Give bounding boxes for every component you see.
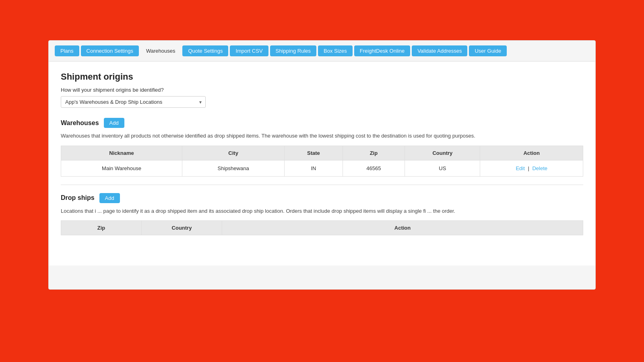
warehouse-nickname: Main Warehouse (61, 160, 182, 176)
tab-connection-settings[interactable]: Connection Settings (81, 45, 139, 56)
tab-box-sizes[interactable]: Box Sizes (318, 45, 353, 56)
col-city: City (182, 146, 285, 160)
col-zip: Zip (343, 146, 405, 160)
warehouses-add-button[interactable]: Add (104, 118, 124, 128)
warehouse-actions: Edit | Delete (480, 160, 583, 176)
tab-warehouses[interactable]: Warehouses (140, 45, 181, 56)
main-container: Plans Connection Settings Warehouses Quo… (48, 40, 596, 290)
description-ellipsis1: ... (97, 208, 102, 214)
drop-ships-table: Zip Country Action (61, 220, 583, 235)
section-divider (61, 185, 583, 185)
col-action: Action (480, 146, 583, 160)
drop-ships-table-header-row: Zip Country Action (61, 221, 583, 235)
warehouses-section-title: Warehouses (61, 119, 99, 127)
drop-ships-add-button[interactable]: Add (99, 193, 120, 203)
warehouses-table: Nickname City State Zip Country Action M… (61, 146, 583, 177)
col-country: Country (405, 146, 480, 160)
tab-user-guide[interactable]: User Guide (469, 45, 507, 56)
tab-validate-addresses[interactable]: Validate Addresses (412, 45, 467, 56)
drop-ships-section-title: Drop ships (61, 194, 95, 202)
description-ellipsis2: ... (427, 208, 432, 214)
warehouse-edit-link[interactable]: Edit (516, 165, 524, 171)
drop-ships-description: Locations that i ... page to identify it… (61, 207, 583, 215)
content-area: Shipment origins How will your shipment … (49, 62, 595, 265)
tab-import-csv[interactable]: Import CSV (230, 45, 268, 56)
tab-freightdesk-online[interactable]: FreightDesk Online (354, 45, 410, 56)
warehouse-country: US (405, 160, 480, 176)
tab-quote-settings[interactable]: Quote Settings (182, 45, 228, 56)
col-state: State (285, 146, 343, 160)
warehouse-state: IN (285, 160, 343, 176)
warehouse-zip: 46565 (343, 160, 405, 176)
drop-ships-header: Drop ships Add (61, 193, 583, 203)
warehouse-delete-link[interactable]: Delete (532, 165, 547, 171)
description-part3: the order. (433, 208, 455, 214)
tab-shipping-rules[interactable]: Shipping Rules (270, 45, 316, 56)
description-part2: page to identify it as a drop shipped it… (103, 208, 426, 214)
page-title: Shipment origins (61, 72, 583, 82)
col-nickname: Nickname (61, 146, 182, 160)
ds-col-country: Country (142, 221, 222, 235)
shipment-origins-question: How will your shipment origins be identi… (61, 87, 583, 93)
table-row: Main Warehouse Shipshewana IN 46565 US E… (61, 160, 583, 176)
tab-bar: Plans Connection Settings Warehouses Quo… (49, 41, 595, 62)
origins-select[interactable]: App's Warehouses & Drop Ship Locations S… (61, 96, 206, 108)
origins-select-wrapper: App's Warehouses & Drop Ship Locations S… (61, 96, 206, 108)
warehouses-header: Warehouses Add (61, 118, 583, 128)
tab-plans[interactable]: Plans (55, 45, 79, 56)
drop-ships-section: Drop ships Add Locations that i ... page… (61, 193, 583, 256)
ds-col-zip: Zip (61, 221, 142, 235)
description-part1: Locations that i (61, 208, 96, 214)
action-separator: | (528, 165, 529, 171)
warehouses-description: Warehouses that inventory all products n… (61, 132, 583, 140)
warehouse-city: Shipshewana (182, 160, 285, 176)
warehouses-table-header-row: Nickname City State Zip Country Action (61, 146, 583, 160)
ds-col-action: Action (222, 221, 583, 235)
